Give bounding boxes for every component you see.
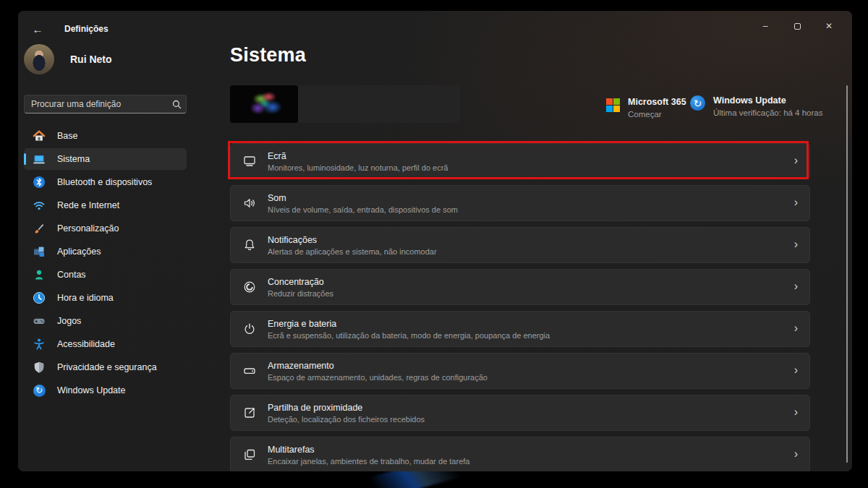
- wallpaper-bloom: [244, 91, 284, 117]
- windows-update-icon: ↻: [33, 384, 46, 397]
- settings-row-title: Multitarefas: [268, 445, 784, 455]
- sidebar-item-aplicacoes[interactable]: Aplicações: [24, 241, 187, 262]
- home-icon: [33, 129, 46, 142]
- chevron-right-icon: ›: [794, 239, 798, 252]
- sidebar-item-label: Jogos: [57, 316, 81, 326]
- settings-row-subtitle: Reduzir distrações: [268, 289, 784, 298]
- sidebar-item-label: Privacidade e segurança: [57, 362, 157, 372]
- chevron-right-icon: ›: [794, 448, 798, 461]
- window-controls: – ✕: [749, 15, 845, 37]
- scrollbar[interactable]: [846, 85, 848, 463]
- bluetooth-icon: [33, 176, 46, 189]
- sidebar-item-privacidade[interactable]: Privacidade e segurança: [24, 356, 187, 378]
- sidebar-item-label: Rede e Internet: [57, 200, 119, 210]
- maximize-button[interactable]: [781, 15, 813, 37]
- sidebar-item-acessibilidade[interactable]: Acessibilidade: [24, 333, 187, 355]
- network-icon: [33, 199, 46, 212]
- header-link-title: Microsoft 365: [628, 97, 686, 107]
- sidebar-item-contas[interactable]: Contas: [24, 264, 187, 286]
- settings-row-subtitle: Ecrã e suspensão, utilização da bateria,…: [268, 331, 784, 340]
- settings-row-armazenamento[interactable]: Armazenamento Espaço de armazenamento, u…: [230, 353, 810, 389]
- search-input[interactable]: [25, 99, 167, 109]
- sidebar-item-jogos[interactable]: Jogos: [24, 310, 187, 332]
- device-thumbnail: [230, 85, 298, 123]
- minimize-button[interactable]: –: [749, 15, 781, 37]
- sidebar-item-label: Aplicações: [57, 247, 101, 257]
- back-button[interactable]: ←: [28, 21, 47, 37]
- page-title: Sistema: [230, 44, 306, 67]
- close-button[interactable]: ✕: [813, 15, 845, 37]
- settings-row-subtitle: Alertas de aplicações e sistema, não inc…: [268, 247, 784, 256]
- settings-list: Ecrã Monitores, luminosidade, luz noturn…: [230, 143, 810, 471]
- personalization-icon: [33, 222, 46, 235]
- privacy-icon: [33, 361, 46, 374]
- refresh-glyph: ↻: [33, 385, 46, 397]
- device-name-redacted: [298, 85, 460, 123]
- settings-row-title: Energia e bateria: [268, 319, 784, 329]
- desktop-background: ← Definições – ✕ Rui Neto: [0, 0, 868, 488]
- sidebar-item-hora-idioma[interactable]: Hora e idioma: [24, 287, 187, 309]
- settings-row-subtitle: Encaixar janelas, ambientes de trabalho,…: [268, 457, 784, 466]
- settings-row-title: Armazenamento: [268, 361, 784, 371]
- sidebar-item-bluetooth[interactable]: Bluetooth e dispositivos: [24, 171, 187, 193]
- sidebar-item-label: Acessibilidade: [57, 339, 115, 349]
- avatar: [24, 44, 54, 74]
- storage-icon: [242, 363, 258, 379]
- accessibility-icon: [33, 338, 46, 351]
- settings-row-notificacoes[interactable]: Notificações Alertas de aplicações e sis…: [230, 227, 810, 263]
- settings-row-som[interactable]: Som Níveis de volume, saída, entrada, di…: [230, 185, 810, 221]
- windows-update-link[interactable]: ↻ Windows Update Última verificação: há …: [690, 95, 822, 117]
- search-icon[interactable]: [167, 100, 186, 109]
- nearby-share-icon: [242, 405, 258, 421]
- settings-row-ecra[interactable]: Ecrã Monitores, luminosidade, luz noturn…: [230, 143, 810, 179]
- gaming-icon: [33, 314, 46, 328]
- sidebar-item-label: Sistema: [57, 154, 90, 164]
- microsoft-365-link[interactable]: Microsoft 365 Começar: [606, 97, 686, 119]
- chevron-right-icon: ›: [794, 197, 798, 210]
- settings-row-partilha[interactable]: Partilha de proximidade Deteção, localiz…: [230, 395, 810, 431]
- sidebar-item-label: Base: [57, 131, 78, 141]
- sound-icon: [242, 195, 258, 211]
- sidebar-item-label: Hora e idioma: [57, 293, 114, 303]
- settings-row-title: Concentração: [268, 277, 784, 287]
- settings-row-multitarefas[interactable]: Multitarefas Encaixar janelas, ambientes…: [230, 437, 810, 471]
- settings-row-subtitle: Monitores, luminosidade, luz noturna, pe…: [268, 163, 784, 172]
- sidebar-item-base[interactable]: Base: [24, 125, 187, 147]
- windows-update-icon: ↻: [690, 95, 705, 111]
- chevron-right-icon: ›: [794, 406, 798, 419]
- system-icon: [33, 153, 46, 166]
- chevron-right-icon: ›: [794, 155, 798, 168]
- chevron-right-icon: ›: [794, 322, 798, 335]
- sidebar-nav: Base Sistema: [24, 125, 187, 403]
- maximize-icon: [794, 23, 801, 30]
- settings-row-energia[interactable]: Energia e bateria Ecrã e suspensão, util…: [230, 311, 810, 347]
- settings-row-subtitle: Níveis de volume, saída, entrada, dispos…: [268, 205, 784, 214]
- titlebar: ← Definições: [28, 21, 109, 37]
- settings-row-title: Ecrã: [268, 151, 784, 161]
- display-icon: [242, 153, 258, 169]
- notifications-icon: [242, 237, 258, 253]
- settings-row-title: Partilha de proximidade: [268, 403, 784, 413]
- time-language-icon: [33, 291, 46, 304]
- microsoft-logo: [606, 98, 620, 112]
- power-icon: [242, 321, 258, 337]
- chevron-right-icon: ›: [794, 364, 798, 377]
- settings-row-concentracao[interactable]: Concentração Reduzir distrações ›: [230, 269, 810, 305]
- multitasking-icon: [242, 447, 258, 463]
- sidebar-item-rede[interactable]: Rede e Internet: [24, 194, 187, 216]
- sidebar-item-label: Bluetooth e dispositivos: [57, 177, 152, 187]
- sidebar-item-windows-update[interactable]: ↻ Windows Update: [24, 380, 187, 401]
- sidebar-item-sistema[interactable]: Sistema: [24, 148, 187, 170]
- header-link-title: Windows Update: [713, 95, 822, 106]
- sidebar-item-label: Windows Update: [57, 385, 126, 395]
- app-title: Definições: [64, 24, 109, 34]
- apps-icon: [33, 245, 46, 258]
- settings-row-subtitle: Deteção, localização dos ficheiros receb…: [268, 415, 784, 424]
- sidebar-item-label: Contas: [57, 270, 86, 280]
- chevron-right-icon: ›: [794, 281, 798, 294]
- sidebar-item-label: Personalização: [57, 223, 119, 234]
- settings-row-title: Notificações: [268, 235, 784, 245]
- sidebar-item-personalizacao[interactable]: Personalização: [24, 218, 187, 239]
- settings-row-subtitle: Espaço de armazenamento, unidades, regra…: [268, 373, 784, 382]
- user-profile[interactable]: Rui Neto: [24, 44, 112, 74]
